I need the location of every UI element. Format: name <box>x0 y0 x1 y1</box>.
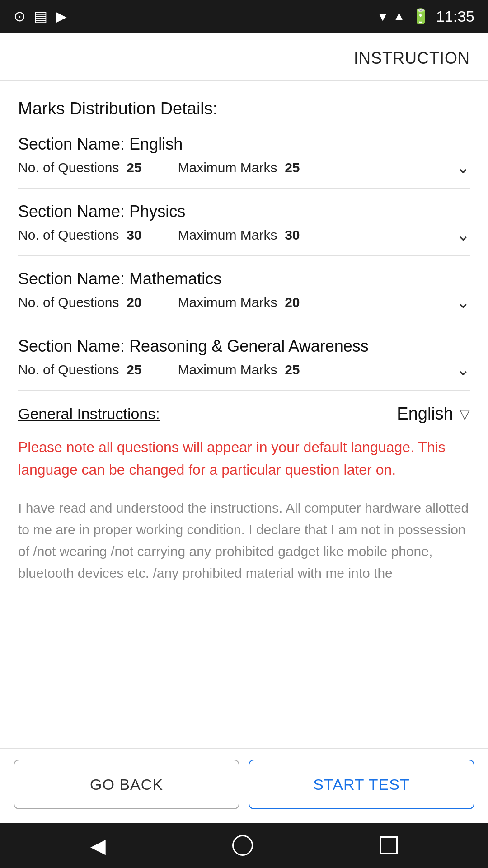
section-mathematics-questions-label: No. of Questions 20 <box>18 295 142 310</box>
section-reasoning-marks-label: Maximum Marks 25 <box>178 362 300 377</box>
back-nav-icon[interactable]: ◀ <box>90 834 106 857</box>
status-bar-time: 11:35 <box>436 8 474 25</box>
general-instructions-row: General Instructions: English ▽ <box>18 404 470 424</box>
battery-icon: 🔋 <box>412 8 430 25</box>
section-english-name: Section Name: English <box>18 135 470 154</box>
play-store-icon: ▶ <box>56 8 67 25</box>
section-physics-marks-label: Maximum Marks 30 <box>178 227 300 243</box>
declaration-text: I have read and understood the instructi… <box>18 497 470 584</box>
language-dropdown[interactable]: English ▽ <box>397 404 470 424</box>
section-english-row: No. of Questions 25 Maximum Marks 25 ⌄ <box>18 158 470 186</box>
section-mathematics-marks-label: Maximum Marks 20 <box>178 295 300 310</box>
section-physics-name: Section Name: Physics <box>18 202 470 221</box>
notice-text: Please note all questions will appear in… <box>18 436 470 481</box>
status-bar-left-icons: ⊙ ▤ ▶ <box>14 8 67 25</box>
section-english-marks-label: Maximum Marks 25 <box>178 160 300 175</box>
section-reasoning-questions-label: No. of Questions 25 <box>18 362 142 377</box>
home-nav-icon[interactable] <box>232 835 253 856</box>
header: INSTRUCTION <box>0 33 488 81</box>
sd-card-icon: ▤ <box>34 8 47 25</box>
section-english-divider <box>18 188 470 189</box>
section-english-details: No. of Questions 25 Maximum Marks 25 <box>18 160 300 175</box>
section-physics: Section Name: Physics No. of Questions 3… <box>18 202 470 256</box>
wifi-icon: ▾ <box>379 8 386 25</box>
start-test-button[interactable]: START TEST <box>249 760 474 809</box>
section-english-questions-label: No. of Questions 25 <box>18 160 142 175</box>
section-mathematics: Section Name: Mathematics No. of Questio… <box>18 269 470 323</box>
section-physics-chevron[interactable]: ⌄ <box>456 226 470 245</box>
section-mathematics-row: No. of Questions 20 Maximum Marks 20 ⌄ <box>18 293 470 321</box>
go-back-button[interactable]: GO BACK <box>14 760 239 809</box>
section-mathematics-name: Section Name: Mathematics <box>18 269 470 288</box>
signal-icon: ▲ <box>393 9 405 24</box>
section-mathematics-divider <box>18 323 470 323</box>
settings-icon: ⊙ <box>14 8 26 25</box>
section-reasoning-details: No. of Questions 25 Maximum Marks 25 <box>18 362 300 377</box>
section-english: Section Name: English No. of Questions 2… <box>18 135 470 189</box>
marks-distribution-title: Marks Distribution Details: <box>18 99 470 118</box>
nav-bar: ◀ <box>0 823 488 868</box>
section-mathematics-details: No. of Questions 20 Maximum Marks 20 <box>18 295 300 310</box>
section-reasoning-chevron[interactable]: ⌄ <box>456 360 470 379</box>
section-english-chevron[interactable]: ⌄ <box>456 158 470 177</box>
page-title: INSTRUCTION <box>354 49 470 68</box>
section-physics-row: No. of Questions 30 Maximum Marks 30 ⌄ <box>18 226 470 254</box>
section-mathematics-chevron[interactable]: ⌄ <box>456 293 470 312</box>
language-dropdown-arrow: ▽ <box>460 406 470 422</box>
bottom-buttons: GO BACK START TEST <box>0 748 488 823</box>
section-reasoning-row: No. of Questions 25 Maximum Marks 25 ⌄ <box>18 360 470 388</box>
section-physics-questions-label: No. of Questions 30 <box>18 227 142 243</box>
section-reasoning: Section Name: Reasoning & General Awaren… <box>18 337 470 391</box>
main-content: Marks Distribution Details: Section Name… <box>0 81 488 748</box>
status-bar-right-icons: ▾ ▲ 🔋 11:35 <box>379 8 474 25</box>
section-reasoning-divider <box>18 390 470 391</box>
recents-nav-icon[interactable] <box>380 836 398 854</box>
section-physics-details: No. of Questions 30 Maximum Marks 30 <box>18 227 300 243</box>
section-physics-divider <box>18 255 470 256</box>
section-reasoning-name: Section Name: Reasoning & General Awaren… <box>18 337 470 356</box>
language-selected: English <box>397 404 453 424</box>
status-bar: ⊙ ▤ ▶ ▾ ▲ 🔋 11:35 <box>0 0 488 33</box>
general-instructions-label: General Instructions: <box>18 405 160 423</box>
